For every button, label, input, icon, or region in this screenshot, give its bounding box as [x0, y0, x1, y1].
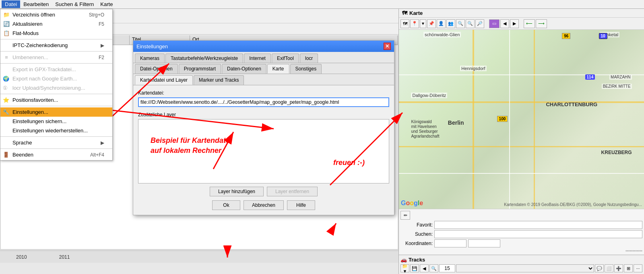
menu-item-iptc[interactable]: IPTC-Zeichenkodierung ▶: [0, 41, 112, 50]
tracks-prev-btn[interactable]: ◀: [420, 264, 429, 272]
koordinaten-label: Koordinaten:: [400, 241, 433, 246]
koordinaten-input-2[interactable]: [468, 239, 500, 247]
menu-item-sprache[interactable]: Sprache ▶: [0, 138, 112, 147]
map-btn-back[interactable]: ◀: [500, 19, 509, 28]
menu-item-einstellungen-wiederherstellen[interactable]: Einstellungen wiederherstellen...: [0, 126, 112, 135]
map-road-v1: [473, 30, 474, 209]
menu-item-umbenennen[interactable]: ≡ Umbenennen... F2: [0, 53, 112, 62]
tracks-add-btn[interactable]: ➕: [614, 264, 623, 272]
map-btn-zoom-out[interactable]: 🔎: [475, 19, 484, 28]
tracks-toolbar: 📁▼ 💾 ◀ 🔍 💬 ⬜ ➕ ⊞ ···: [400, 264, 642, 272]
separator-3: [0, 63, 112, 64]
menu-item-einstellungen-sichern[interactable]: Einstellungen sichern...: [0, 117, 112, 126]
map-label-charlottenburg: CHARLOTTENBURG: [546, 101, 597, 107]
tab-programmstart[interactable]: Programmstart: [179, 64, 221, 74]
tab-internet[interactable]: Internet: [244, 54, 271, 63]
tab-karte[interactable]: Karte: [267, 64, 289, 74]
map-btn-zoom-in[interactable]: 🔍: [466, 19, 475, 28]
map-toolbar: 🗺 📍 ▼ 📌 👤 👥 🔍 🔍 🔎 ▭ ◀ ▶ ⟵ ⟶: [399, 18, 644, 30]
dialog-btn-row: Ok Abbrechen Hilfe: [138, 200, 389, 210]
map-btn-1[interactable]: 🗺: [400, 19, 409, 28]
tracks-save-btn[interactable]: 💾: [410, 264, 419, 272]
tab-kameras[interactable]: Kameras: [135, 54, 165, 63]
dialog-content: Kartendatei: Zusätzliche Layer Beispiel …: [133, 85, 394, 215]
koordinaten-row: Koordinaten:: [400, 239, 642, 247]
suchen-input[interactable]: [434, 230, 642, 238]
menu-item-aktualisieren[interactable]: 🔄 Aktualisieren F5: [0, 19, 112, 29]
map-btn-rect[interactable]: ▭: [489, 19, 500, 28]
menu-item-verzeichnis-oeffnen[interactable]: 📁 Verzeichnis öffnen Strg+O: [0, 10, 112, 19]
menu-datei[interactable]: Datei: [2, 0, 20, 8]
tracks-zoom-input[interactable]: [439, 264, 455, 272]
tab-datei-optionen[interactable]: Datei-Optionen: [135, 64, 178, 74]
tab-exiftool[interactable]: ExifTool: [272, 54, 299, 63]
timeline-2010: 2010: [0, 254, 43, 260]
map-btn-marker[interactable]: 📌: [427, 19, 436, 28]
map-side-panel: ✏ Favorit: Suchen: Koordinaten: ••••••••…: [399, 209, 644, 255]
map-label-mitte: BEZIRK MITTE: [602, 84, 632, 89]
menu-item-positionsfavoriten[interactable]: ⭐ Positionsfavoriten...: [0, 95, 112, 105]
layer-annotation-1: Beispiel für Kartendateiauf lokalem Rech…: [151, 136, 232, 156]
tracks-search-btn[interactable]: 🔍: [429, 264, 438, 272]
map-road-h1: [399, 101, 644, 103]
map-btn-arrow-down[interactable]: ▼: [420, 19, 426, 28]
tracks-select[interactable]: [456, 264, 594, 272]
map-btn-pin[interactable]: 📍: [410, 19, 419, 28]
menu-karte[interactable]: Karte: [97, 0, 116, 8]
tracks-car-icon: 🚗: [400, 257, 407, 263]
kartendatei-label: Kartendatei:: [138, 90, 389, 96]
menubar: Datei Bearbeiten Suchen & Filtern Karte: [0, 0, 644, 9]
map-area[interactable]: schönwalde-Glien Panketal Hennigsdorf Da…: [399, 30, 644, 209]
map-btn-green-right[interactable]: ⟶: [536, 19, 547, 28]
layer-box: Beispiel für Kartendateiauf lokalem Rech…: [138, 119, 389, 183]
tracks-folder-btn[interactable]: 📁▼: [400, 264, 409, 272]
tracks-comment-btn[interactable]: 💬: [595, 264, 604, 272]
layer-annotation-2: freuen :-): [333, 159, 365, 167]
suchen-row: Suchen:: [400, 230, 642, 238]
map-btn-person[interactable]: 👤: [437, 19, 446, 28]
menu-item-einstellungen[interactable]: 🔧 Einstellungen...: [0, 107, 112, 117]
tab-daten-optionen[interactable]: Daten-Optionen: [222, 64, 266, 74]
map-road-h2: [399, 146, 644, 147]
refresh-icon: 🔄: [3, 21, 10, 28]
menu-item-export-google-earth[interactable]: 🌍 Export nach Google Earth...: [0, 74, 112, 83]
map-btn-green-left[interactable]: ⟵: [524, 19, 535, 28]
tab-tastaturbefehle[interactable]: Tastaturbefehle/Werkzeugleiste: [165, 54, 243, 63]
kartendatei-input[interactable]: [138, 97, 389, 107]
folder-icon: 📁: [3, 11, 10, 19]
btn-ok[interactable]: Ok: [212, 200, 240, 210]
btn-hilfe[interactable]: Hilfe: [287, 200, 315, 210]
tracks-grid-btn[interactable]: ⊞: [624, 264, 633, 272]
separator-1: [0, 39, 112, 39]
dialog-title: Einstellungen: [136, 43, 168, 49]
map-road-v3: [509, 30, 510, 209]
btn-layer-remove[interactable]: Layer entfernen: [267, 187, 318, 196]
locr-icon: ①: [3, 85, 8, 91]
resize-handle[interactable]: ••••••••••••: [400, 249, 642, 253]
tab-kartendatei-layer[interactable]: Kartendatei und Layer: [135, 75, 193, 85]
tab-sonstiges[interactable]: Sonstiges: [290, 64, 322, 74]
menu-item-flat-modus[interactable]: 📋 Flat-Modus: [0, 29, 112, 38]
map-btn-people[interactable]: 👥: [446, 19, 455, 28]
menu-suchen-filtern[interactable]: Suchen & Filtern: [52, 0, 97, 8]
tab-locr[interactable]: locr: [300, 54, 318, 63]
datei-dropdown-menu: 📁 Verzeichnis öffnen Strg+O 🔄 Aktualisie…: [0, 9, 113, 161]
favorit-input[interactable]: [434, 221, 642, 229]
btn-layer-add[interactable]: Layer hinzufügen: [210, 187, 264, 196]
tab-marker-tracks[interactable]: Marker und Tracks: [194, 75, 244, 85]
einstellungen-dialog[interactable]: Einstellungen ✕ Kameras Tastaturbefehle/…: [133, 40, 394, 215]
tracks-more-btn[interactable]: ···: [634, 264, 642, 272]
layer-btn-row: Layer hinzufügen Layer entfernen: [138, 187, 389, 196]
koordinaten-input-1[interactable]: [434, 239, 466, 247]
menu-item-export-gpx[interactable]: Export in GPX-Trackdatei...: [0, 65, 112, 74]
dialog-tabs-row1: Kameras Tastaturbefehle/Werkzeugleiste I…: [133, 52, 394, 63]
dialog-close-button[interactable]: ✕: [384, 43, 391, 50]
menu-item-locr-upload[interactable]: ① locr Upload/Synchronisierung...: [0, 83, 112, 93]
map-btn-fwd[interactable]: ▶: [510, 19, 519, 28]
menu-item-beenden[interactable]: 🚪 Beenden Alt+F4: [0, 150, 112, 159]
btn-abbrechen[interactable]: Abbrechen: [244, 200, 284, 210]
tracks-square-btn[interactable]: ⬜: [605, 264, 613, 272]
pencil-btn[interactable]: ✏: [400, 211, 410, 220]
map-btn-search[interactable]: 🔍: [456, 19, 465, 28]
menu-bearbeiten[interactable]: Bearbeiten: [20, 0, 52, 8]
